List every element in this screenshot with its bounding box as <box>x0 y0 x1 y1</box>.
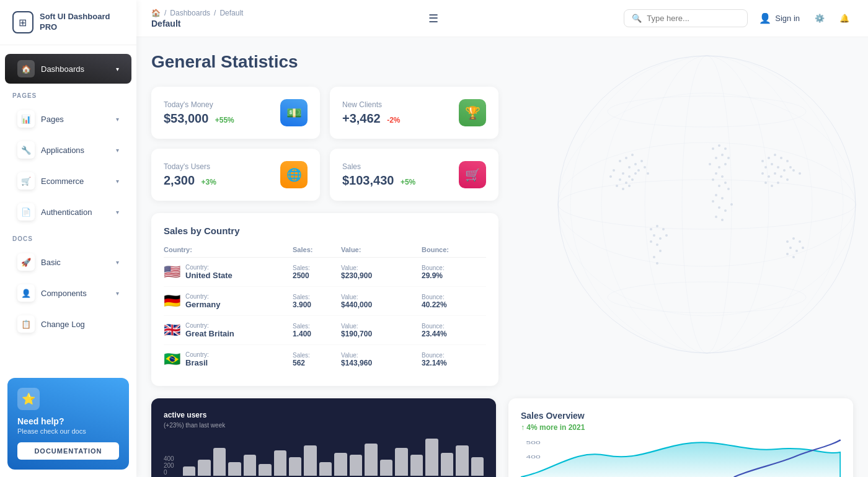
svg-point-62 <box>789 166 792 168</box>
bar <box>274 450 286 476</box>
stat-card-money: Today's Money $53,000 +55% 💵 <box>151 87 320 139</box>
gear-icon: ⚙️ <box>815 14 825 23</box>
bar <box>244 455 256 476</box>
sidebar-item-dashboards[interactable]: 🏠 Dashboards ▾ <box>5 54 131 84</box>
topbar-right: 🔍 👤 Sign in ⚙️ 🔔 <box>624 9 853 28</box>
svg-point-17 <box>628 175 631 178</box>
svg-text:400: 400 <box>526 454 541 460</box>
bar <box>471 457 484 476</box>
svg-point-1 <box>558 180 856 229</box>
users-icon: 🌐 <box>280 161 308 188</box>
stat-money-value: $53,000 <box>164 112 208 125</box>
svg-point-72 <box>799 172 801 175</box>
svg-point-78 <box>802 247 804 249</box>
country-label: Country: <box>185 351 209 358</box>
country-label: Country: <box>185 322 234 329</box>
flag-icon: 🇧🇷 <box>164 351 180 367</box>
svg-point-40 <box>721 175 724 178</box>
sidebar-item-ecommerce[interactable]: 🛒 Ecommerce ▾ <box>5 166 131 196</box>
sidebar-item-dashboards-label: Dashboards <box>41 64 84 74</box>
search-input[interactable] <box>647 14 740 23</box>
overview-chart-svg: 500 400 <box>521 437 841 477</box>
svg-point-16 <box>622 172 624 175</box>
stat-clients-value: +3,462 <box>342 112 381 125</box>
svg-point-69 <box>771 185 773 187</box>
breadcrumb-dashboards: Dashboards <box>170 9 210 17</box>
svg-point-73 <box>786 240 789 243</box>
value-cell: $143,960 <box>341 359 372 367</box>
sidebar-item-pages[interactable]: 📊 Pages ▾ <box>5 104 131 134</box>
settings-button[interactable]: ⚙️ <box>811 10 828 27</box>
svg-point-7 <box>645 56 769 353</box>
menu-icon[interactable]: ☰ <box>425 8 442 29</box>
sidebar-item-basic-label: Basic <box>41 258 61 267</box>
bar <box>380 460 392 476</box>
breadcrumb-trail: 🏠 / Dashboards / Default <box>151 9 243 17</box>
svg-point-82 <box>656 225 658 227</box>
sidebar-item-basic[interactable]: 🚀 Basic ▾ <box>5 247 131 277</box>
sidebar-item-pages-label: Pages <box>41 115 64 124</box>
stat-card-sales: Sales $103,430 +5% 🛒 <box>330 149 498 201</box>
overview-subtitle: ↑ 4% more in 2021 <box>521 423 841 432</box>
svg-point-54 <box>768 157 770 159</box>
svg-point-71 <box>792 169 795 172</box>
bar <box>365 444 377 476</box>
table-row: 🇬🇧 Country: Great Britain Sales: 1.400 V… <box>164 316 486 345</box>
svg-point-52 <box>721 219 724 221</box>
bar <box>213 448 226 476</box>
flag-icon: 🇬🇧 <box>164 322 180 338</box>
sales-overview-card: Sales Overview ↑ 4% more in 2021 <box>508 398 853 477</box>
svg-point-22 <box>619 178 621 181</box>
svg-point-58 <box>764 166 767 168</box>
svg-point-4 <box>608 96 806 127</box>
stat-sales-label: Sales <box>342 162 415 171</box>
bar <box>198 460 210 476</box>
stat-users-label: Today's Users <box>164 162 216 171</box>
documentation-button[interactable]: DOCUMENTATION <box>17 442 119 460</box>
country-name: United State <box>185 271 232 280</box>
help-card: ⭐ Need help? Please check our docs DOCUM… <box>7 378 129 470</box>
svg-point-49 <box>724 209 727 212</box>
svg-point-90 <box>653 256 655 258</box>
sidebar-item-applications-label: Applications <box>41 146 84 155</box>
breadcrumb: 🏠 / Dashboards / Default Default <box>151 9 243 28</box>
bar <box>304 445 316 476</box>
svg-point-56 <box>780 157 782 159</box>
bar-y-labels: 400 200 0 <box>164 455 174 476</box>
svg-point-24 <box>631 178 634 181</box>
table-row: 🇩🇪 Country: Germany Sales: 3.900 Value: … <box>164 287 486 316</box>
col-bounce: Bounce: <box>422 246 486 258</box>
main-content: General Statistics Today's Money $53,000… <box>136 37 868 477</box>
svg-point-91 <box>656 262 658 265</box>
svg-point-75 <box>799 240 801 243</box>
svg-point-50 <box>730 203 733 206</box>
sidebar-item-authentication[interactable]: 📄 Authentication ▾ <box>5 197 131 227</box>
home-icon: 🏠 <box>151 9 161 17</box>
svg-point-85 <box>659 237 662 240</box>
svg-point-84 <box>653 234 655 237</box>
country-label: Country: <box>185 293 220 300</box>
app-name: Soft UI Dashboard PRO <box>40 12 124 33</box>
col-value: Value: <box>341 246 422 258</box>
stat-sales-change: +5% <box>401 178 415 186</box>
sidebar-logo: ⊞ Soft UI Dashboard PRO <box>0 0 136 45</box>
bar-chart-area: 400 200 0 <box>164 439 484 476</box>
svg-point-42 <box>718 185 720 187</box>
svg-point-66 <box>780 175 782 178</box>
stat-money-label: Today's Money <box>164 100 234 109</box>
applications-icon: 🔧 <box>17 141 35 159</box>
bar <box>395 448 407 476</box>
svg-point-6 <box>682 56 732 353</box>
sign-in-button[interactable]: 👤 Sign in <box>755 9 804 28</box>
svg-point-47 <box>712 200 714 203</box>
notifications-button[interactable]: 🔔 <box>836 10 853 27</box>
sidebar-item-applications[interactable]: 🔧 Applications ▾ <box>5 135 131 165</box>
sales-value: 2500 <box>293 271 309 280</box>
svg-point-35 <box>727 157 730 159</box>
help-title: Need help? <box>17 416 119 426</box>
sidebar-item-components[interactable]: 👤 Components ▾ <box>5 278 131 308</box>
changelog-icon: 📋 <box>17 315 35 333</box>
sidebar-item-changelog[interactable]: 📋 Change Log <box>5 309 131 339</box>
svg-point-55 <box>774 154 776 156</box>
bar <box>228 462 241 476</box>
